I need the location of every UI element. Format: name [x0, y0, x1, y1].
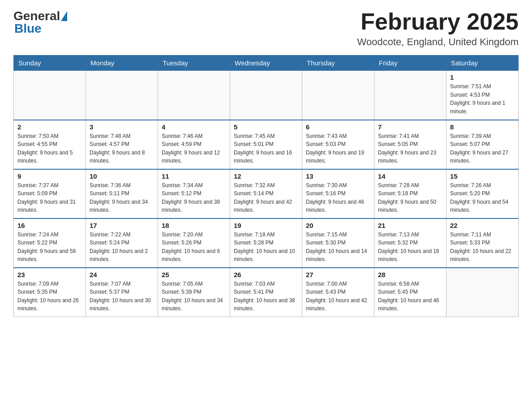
day-number: 12: [234, 172, 298, 180]
calendar-week-row: 23Sunrise: 7:09 AM Sunset: 5:35 PM Dayli…: [14, 268, 519, 317]
calendar-cell: [374, 71, 446, 120]
calendar-cell: 7Sunrise: 7:41 AM Sunset: 5:05 PM Daylig…: [374, 120, 446, 169]
day-info: Sunrise: 7:36 AM Sunset: 5:11 PM Dayligh…: [90, 181, 154, 214]
calendar-cell: 10Sunrise: 7:36 AM Sunset: 5:11 PM Dayli…: [86, 169, 158, 218]
page-header: General Blue February 2025 Woodcote, Eng…: [13, 9, 519, 48]
day-number: 16: [17, 222, 82, 229]
day-number: 9: [17, 172, 82, 180]
calendar-week-row: 9Sunrise: 7:37 AM Sunset: 5:09 PM Daylig…: [14, 169, 519, 218]
col-monday: Monday: [86, 56, 158, 71]
calendar-cell: 28Sunrise: 6:58 AM Sunset: 5:45 PM Dayli…: [374, 268, 446, 317]
calendar-cell: 17Sunrise: 7:22 AM Sunset: 5:24 PM Dayli…: [86, 218, 158, 268]
day-number: 24: [90, 271, 154, 278]
day-number: 11: [162, 172, 226, 180]
day-number: 23: [17, 271, 82, 278]
calendar-cell: [446, 268, 519, 317]
calendar-week-row: 16Sunrise: 7:24 AM Sunset: 5:22 PM Dayli…: [14, 218, 519, 268]
day-info: Sunrise: 7:37 AM Sunset: 5:09 PM Dayligh…: [17, 181, 82, 214]
col-friday: Friday: [374, 56, 446, 71]
col-saturday: Saturday: [446, 56, 519, 71]
day-number: 6: [306, 123, 370, 131]
calendar-cell: 11Sunrise: 7:34 AM Sunset: 5:12 PM Dayli…: [158, 169, 230, 218]
calendar-cell: [86, 71, 158, 120]
calendar-cell: 22Sunrise: 7:11 AM Sunset: 5:33 PM Dayli…: [446, 218, 519, 268]
col-wednesday: Wednesday: [230, 56, 302, 71]
day-info: Sunrise: 7:09 AM Sunset: 5:35 PM Dayligh…: [17, 280, 82, 313]
day-number: 27: [306, 271, 370, 278]
day-info: Sunrise: 7:45 AM Sunset: 5:01 PM Dayligh…: [234, 132, 298, 165]
day-number: 3: [90, 123, 154, 131]
calendar-header-row: Sunday Monday Tuesday Wednesday Thursday…: [14, 56, 519, 71]
calendar-cell: 20Sunrise: 7:15 AM Sunset: 5:30 PM Dayli…: [302, 218, 374, 268]
day-info: Sunrise: 7:48 AM Sunset: 4:57 PM Dayligh…: [90, 132, 154, 165]
calendar-cell: [302, 71, 374, 120]
calendar-cell: 4Sunrise: 7:46 AM Sunset: 4:59 PM Daylig…: [158, 120, 230, 169]
calendar-cell: 12Sunrise: 7:32 AM Sunset: 5:14 PM Dayli…: [230, 169, 302, 218]
day-number: 14: [378, 172, 442, 180]
day-number: 25: [162, 271, 226, 278]
day-number: 1: [450, 73, 515, 81]
day-number: 19: [234, 222, 298, 229]
calendar-cell: 15Sunrise: 7:26 AM Sunset: 5:20 PM Dayli…: [446, 169, 519, 218]
day-info: Sunrise: 7:51 AM Sunset: 4:53 PM Dayligh…: [450, 82, 515, 116]
calendar-cell: 6Sunrise: 7:43 AM Sunset: 5:03 PM Daylig…: [302, 120, 374, 169]
day-info: Sunrise: 7:26 AM Sunset: 5:20 PM Dayligh…: [450, 181, 515, 214]
calendar-cell: 13Sunrise: 7:30 AM Sunset: 5:16 PM Dayli…: [302, 169, 374, 218]
day-info: Sunrise: 7:41 AM Sunset: 5:05 PM Dayligh…: [378, 132, 442, 165]
calendar-cell: 24Sunrise: 7:07 AM Sunset: 5:37 PM Dayli…: [86, 268, 158, 317]
day-info: Sunrise: 7:46 AM Sunset: 4:59 PM Dayligh…: [162, 132, 226, 165]
day-info: Sunrise: 7:30 AM Sunset: 5:16 PM Dayligh…: [306, 181, 370, 214]
day-info: Sunrise: 7:00 AM Sunset: 5:43 PM Dayligh…: [306, 280, 370, 313]
calendar-cell: 5Sunrise: 7:45 AM Sunset: 5:01 PM Daylig…: [230, 120, 302, 169]
day-info: Sunrise: 7:43 AM Sunset: 5:03 PM Dayligh…: [306, 132, 370, 165]
calendar-cell: 2Sunrise: 7:50 AM Sunset: 4:55 PM Daylig…: [14, 120, 86, 169]
day-info: Sunrise: 7:28 AM Sunset: 5:18 PM Dayligh…: [378, 181, 442, 214]
day-info: Sunrise: 7:03 AM Sunset: 5:41 PM Dayligh…: [234, 280, 298, 313]
calendar-week-row: 2Sunrise: 7:50 AM Sunset: 4:55 PM Daylig…: [14, 120, 519, 169]
day-number: 15: [450, 172, 515, 180]
day-info: Sunrise: 7:34 AM Sunset: 5:12 PM Dayligh…: [162, 181, 226, 214]
day-info: Sunrise: 7:13 AM Sunset: 5:32 PM Dayligh…: [378, 231, 442, 264]
calendar-week-row: 1Sunrise: 7:51 AM Sunset: 4:53 PM Daylig…: [14, 71, 519, 120]
calendar-cell: 16Sunrise: 7:24 AM Sunset: 5:22 PM Dayli…: [14, 218, 86, 268]
day-number: 4: [162, 123, 226, 131]
day-info: Sunrise: 7:32 AM Sunset: 5:14 PM Dayligh…: [234, 181, 298, 214]
day-number: 13: [306, 172, 370, 180]
day-info: Sunrise: 7:07 AM Sunset: 5:37 PM Dayligh…: [90, 280, 154, 313]
calendar-cell: 9Sunrise: 7:37 AM Sunset: 5:09 PM Daylig…: [14, 169, 86, 218]
day-number: 28: [378, 271, 442, 278]
logo-triangle-icon: [61, 11, 67, 21]
col-thursday: Thursday: [302, 56, 374, 71]
day-info: Sunrise: 6:58 AM Sunset: 5:45 PM Dayligh…: [378, 280, 442, 313]
logo-blue-text: Blue: [14, 21, 42, 35]
col-tuesday: Tuesday: [158, 56, 230, 71]
calendar-cell: 27Sunrise: 7:00 AM Sunset: 5:43 PM Dayli…: [302, 268, 374, 317]
day-info: Sunrise: 7:15 AM Sunset: 5:30 PM Dayligh…: [306, 231, 370, 264]
calendar-cell: 26Sunrise: 7:03 AM Sunset: 5:41 PM Dayli…: [230, 268, 302, 317]
calendar-cell: 18Sunrise: 7:20 AM Sunset: 5:26 PM Dayli…: [158, 218, 230, 268]
logo: General Blue: [13, 9, 68, 36]
day-info: Sunrise: 7:11 AM Sunset: 5:33 PM Dayligh…: [450, 231, 515, 264]
calendar-cell: 8Sunrise: 7:39 AM Sunset: 5:07 PM Daylig…: [446, 120, 519, 169]
calendar-cell: 1Sunrise: 7:51 AM Sunset: 4:53 PM Daylig…: [446, 71, 519, 120]
calendar-cell: 14Sunrise: 7:28 AM Sunset: 5:18 PM Dayli…: [374, 169, 446, 218]
day-number: 10: [90, 172, 154, 180]
calendar-cell: 23Sunrise: 7:09 AM Sunset: 5:35 PM Dayli…: [14, 268, 86, 317]
day-number: 17: [90, 222, 154, 229]
calendar-cell: 25Sunrise: 7:05 AM Sunset: 5:39 PM Dayli…: [158, 268, 230, 317]
day-info: Sunrise: 7:05 AM Sunset: 5:39 PM Dayligh…: [162, 280, 226, 313]
day-number: 20: [306, 222, 370, 229]
calendar-cell: [158, 71, 230, 120]
calendar-cell: 19Sunrise: 7:18 AM Sunset: 5:28 PM Dayli…: [230, 218, 302, 268]
day-number: 22: [450, 222, 515, 229]
day-number: 7: [378, 123, 442, 131]
day-number: 26: [234, 271, 298, 278]
month-title: February 2025: [357, 9, 519, 34]
calendar-cell: 3Sunrise: 7:48 AM Sunset: 4:57 PM Daylig…: [86, 120, 158, 169]
col-sunday: Sunday: [14, 56, 86, 71]
day-info: Sunrise: 7:24 AM Sunset: 5:22 PM Dayligh…: [17, 231, 82, 264]
day-number: 18: [162, 222, 226, 229]
day-info: Sunrise: 7:20 AM Sunset: 5:26 PM Dayligh…: [162, 231, 226, 264]
day-number: 5: [234, 123, 298, 131]
location-text: Woodcote, England, United Kingdom: [357, 36, 519, 48]
